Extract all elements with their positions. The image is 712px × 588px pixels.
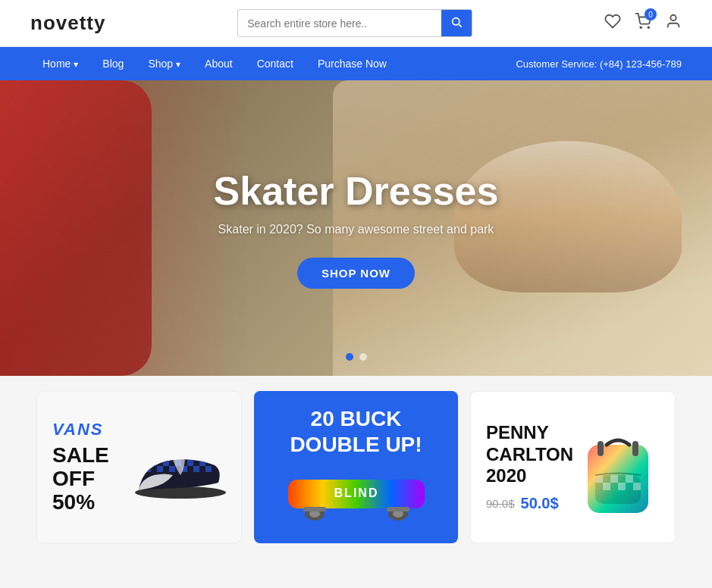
svg-rect-15 xyxy=(193,466,199,472)
nav-item-contact[interactable]: Contact xyxy=(245,47,306,80)
main-nav: Home Blog Shop About Contact Purchase No… xyxy=(0,47,712,80)
svg-rect-16 xyxy=(199,460,205,466)
vans-sale-text: SALE OFF 50% xyxy=(52,444,109,514)
svg-rect-28 xyxy=(598,441,604,456)
shop-chevron-icon xyxy=(176,58,180,70)
vans-shoe-image xyxy=(127,433,226,502)
nav-item-shop[interactable]: Shop xyxy=(136,47,193,80)
customer-service: Customer Service: (+84) 123-456-789 xyxy=(516,58,682,70)
hero-subtitle: Skater in 2020? So many awesome street a… xyxy=(214,223,499,236)
promo-cards-section: VANS SALE OFF 50% xyxy=(0,376,712,558)
svg-point-3 xyxy=(648,27,649,28)
hero-content: Skater Dresses Skater in 2020? So many a… xyxy=(214,168,499,289)
vans-card[interactable]: VANS SALE OFF 50% xyxy=(36,391,242,543)
svg-rect-34 xyxy=(618,483,626,490)
hero-dot-2[interactable] xyxy=(359,353,367,361)
hero-dots xyxy=(346,353,367,361)
svg-rect-11 xyxy=(169,466,175,472)
cart-icon[interactable]: 0 xyxy=(635,13,651,33)
penny-text: PENNY CARLTON 2020 90.0$ 50.0$ xyxy=(486,422,573,512)
svg-rect-6 xyxy=(139,460,145,466)
wishlist-icon[interactable] xyxy=(604,13,621,33)
penny-title: PENNY CARLTON 2020 xyxy=(486,422,573,487)
hero-section: Skater Dresses Skater in 2020? So many a… xyxy=(0,80,712,376)
account-icon[interactable] xyxy=(665,13,682,33)
svg-rect-9 xyxy=(157,466,163,472)
site-logo[interactable]: novetty xyxy=(30,11,105,35)
svg-point-0 xyxy=(453,18,460,25)
buck-title: 20 BUCK DOUBLE UP! xyxy=(290,406,422,457)
svg-rect-36 xyxy=(633,483,641,490)
svg-rect-25 xyxy=(387,507,409,511)
search-bar xyxy=(237,9,472,37)
svg-point-2 xyxy=(640,27,641,28)
svg-rect-32 xyxy=(603,483,610,490)
svg-rect-8 xyxy=(151,460,157,466)
hero-shop-now-button[interactable]: SHOP NOW xyxy=(297,258,415,289)
backpack-image xyxy=(576,422,660,513)
penny-carlton-card[interactable]: PENNY CARLTON 2020 90.0$ 50.0$ xyxy=(470,391,676,543)
hero-red-bag xyxy=(0,80,152,376)
twenty-buck-card[interactable]: 20 BUCK DOUBLE UP! BLIND xyxy=(254,391,458,543)
nav-item-purchase[interactable]: Purchase Now xyxy=(306,47,399,80)
svg-text:BLIND: BLIND xyxy=(334,486,378,499)
nav-left: Home Blog Shop About Contact Purchase No… xyxy=(30,47,399,80)
nav-item-blog[interactable]: Blog xyxy=(90,47,136,80)
svg-rect-14 xyxy=(187,460,193,466)
vans-text: VANS SALE OFF 50% xyxy=(52,420,109,514)
old-price: 90.0$ xyxy=(486,497,515,510)
hero-dot-1[interactable] xyxy=(346,353,353,361)
home-chevron-icon xyxy=(74,58,78,70)
new-price: 50.0$ xyxy=(521,495,559,512)
header: novetty 0 xyxy=(0,0,712,47)
svg-rect-10 xyxy=(163,460,169,466)
svg-line-1 xyxy=(460,24,462,27)
svg-rect-24 xyxy=(303,507,326,511)
cart-badge: 0 xyxy=(645,8,657,20)
search-icon xyxy=(450,16,463,28)
svg-point-4 xyxy=(670,15,676,20)
search-button[interactable] xyxy=(441,10,472,36)
header-icons: 0 xyxy=(604,13,682,33)
svg-rect-17 xyxy=(205,466,212,472)
svg-rect-7 xyxy=(145,466,151,472)
vans-brand-label: VANS xyxy=(52,420,109,439)
svg-rect-33 xyxy=(610,475,618,483)
search-input[interactable] xyxy=(238,11,441,36)
svg-rect-29 xyxy=(632,441,638,456)
hero-title: Skater Dresses xyxy=(214,168,499,214)
svg-rect-35 xyxy=(626,475,633,483)
skateboard-image: BLIND xyxy=(281,472,432,528)
nav-item-home[interactable]: Home xyxy=(30,47,90,80)
penny-price: 90.0$ 50.0$ xyxy=(486,495,573,512)
nav-item-about[interactable]: About xyxy=(193,47,245,80)
